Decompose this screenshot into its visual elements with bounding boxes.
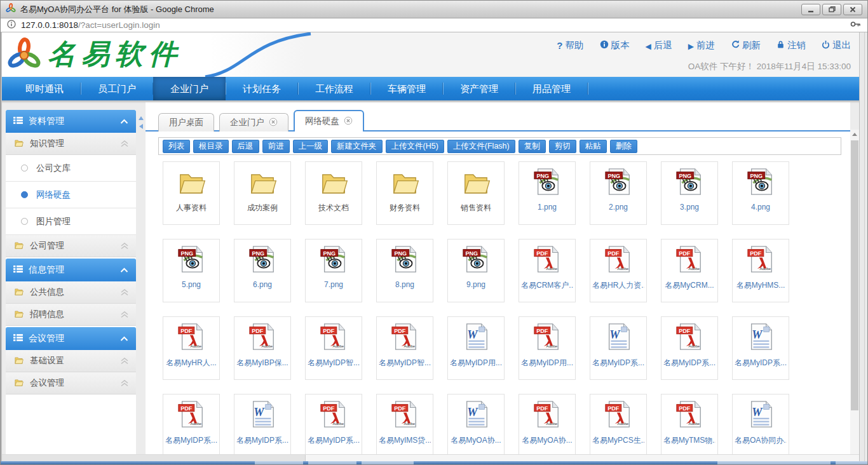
sidebar-group-7[interactable]: 公共信息: [6, 281, 136, 304]
nav-item-0[interactable]: 即时通讯: [8, 77, 81, 100]
tab-close-icon[interactable]: [344, 116, 353, 127]
nav-item-4[interactable]: 工作流程: [298, 77, 370, 100]
file-item[interactable]: AdobePDF名易MyIDP智...: [376, 316, 433, 380]
taskbar-clock[interactable]: [836, 461, 868, 464]
nav-item-3[interactable]: 计划任务: [226, 77, 298, 100]
double-chevron-icon[interactable]: [121, 311, 128, 318]
file-item[interactable]: W名易MyOA协...: [447, 394, 505, 454]
file-item[interactable]: AdobePDF名易MyHR人...: [163, 316, 220, 380]
file-item[interactable]: AdobePDF名易MyIDP用...: [519, 316, 576, 380]
toolbar-button-10[interactable]: 粘贴: [580, 140, 607, 153]
address-bar[interactable]: 127.0.0.1:8018/?act=userLogin.login: [1, 18, 867, 32]
tab-2[interactable]: 网络硬盘: [294, 110, 364, 131]
toolbar-button-6[interactable]: 上传文件(H5): [386, 140, 444, 153]
sidebar-section-0[interactable]: 资料管理: [6, 110, 136, 133]
file-item[interactable]: W名易MyIDP系...: [234, 394, 291, 454]
folder-item[interactable]: 人事资料: [163, 161, 220, 225]
toolbar-button-5[interactable]: 新建文件夹: [331, 140, 383, 153]
file-item[interactable]: PNG1.png: [519, 161, 576, 225]
file-item[interactable]: AdobePDF名易MyIDP系...: [305, 394, 362, 454]
file-item[interactable]: AdobePDF名易HR人力资...: [590, 239, 647, 302]
file-item[interactable]: W名易MyIDP用...: [447, 316, 505, 380]
toolbar-button-2[interactable]: 后退: [232, 140, 259, 153]
file-item[interactable]: AdobePDF名易MyPCS生...: [590, 394, 647, 454]
toolbar-button-3[interactable]: 前进: [262, 140, 290, 153]
scroll-up-arrow[interactable]: [850, 130, 859, 139]
taskbar-button[interactable]: [308, 461, 356, 464]
page-info-icon[interactable]: [7, 20, 16, 30]
file-item[interactable]: PNG5.png: [163, 239, 220, 302]
file-item[interactable]: AdobePDF名易MyIBP保...: [234, 316, 291, 380]
file-item[interactable]: PNG9.png: [447, 239, 505, 302]
file-item[interactable]: PNG2.png: [590, 161, 647, 225]
toolbar-button-0[interactable]: 列表: [163, 140, 190, 153]
header-link-1[interactable]: 版本: [600, 39, 630, 51]
file-item[interactable]: AdobePDF名易MyIDP系...: [661, 316, 718, 380]
taskbar-button[interactable]: [255, 461, 303, 464]
file-item[interactable]: AdobePDF名易MyCRM...: [661, 239, 718, 302]
minimize-button[interactable]: [801, 4, 820, 15]
toolbar-button-8[interactable]: 复制: [519, 140, 546, 153]
chevron-up-icon[interactable]: [120, 119, 128, 125]
horizontal-scroll-thumb[interactable]: [2, 455, 306, 461]
file-item[interactable]: W名易MyIDP系...: [590, 316, 647, 380]
sidebar-group-5[interactable]: 公司管理: [6, 235, 136, 257]
sidebar-item-4[interactable]: 图片管理: [6, 208, 136, 235]
nav-item-6[interactable]: 资产管理: [443, 77, 515, 100]
header-link-6[interactable]: 退出: [822, 39, 851, 51]
toolbar-button-11[interactable]: 删除: [610, 140, 637, 153]
sidebar-splitter[interactable]: [136, 102, 146, 454]
file-item[interactable]: PNG3.png: [661, 161, 718, 225]
sidebar-item-3[interactable]: 网络硬盘: [6, 182, 136, 208]
double-chevron-icon[interactable]: [121, 380, 128, 387]
sidebar-item-2[interactable]: 公司文库: [6, 155, 136, 182]
folder-item[interactable]: 销售资料: [447, 161, 505, 225]
toolbar-button-7[interactable]: 上传文件(Flash): [447, 140, 515, 153]
header-link-3[interactable]: ▶前进: [688, 39, 715, 51]
file-item[interactable]: AdobePDF名易CRM客户...: [519, 239, 576, 302]
taskbar-tray[interactable]: [717, 461, 831, 464]
file-item[interactable]: AdobePDF名易MyIDP系...: [163, 394, 220, 454]
double-chevron-icon[interactable]: [121, 289, 128, 296]
sidebar-section-6[interactable]: 信息管理: [6, 259, 136, 281]
file-item[interactable]: W名易OA协同办...: [732, 394, 789, 454]
splitter-collapse-arrow-icon[interactable]: [139, 124, 143, 129]
file-item[interactable]: AdobePDF名易MyOA协...: [519, 394, 576, 454]
double-chevron-icon[interactable]: [121, 358, 128, 365]
sidebar-group-11[interactable]: 会议管理: [6, 372, 136, 394]
tab-0[interactable]: 用户桌面: [158, 113, 214, 131]
file-item[interactable]: PNG6.png: [234, 239, 291, 302]
vertical-scroll-thumb[interactable]: [851, 140, 858, 410]
folder-item[interactable]: 成功案例: [234, 161, 291, 225]
sidebar-section-9[interactable]: 会议管理: [6, 327, 136, 350]
file-item[interactable]: AdobePDF名易MyHMS...: [732, 239, 789, 302]
tab-close-icon[interactable]: [269, 118, 278, 128]
nav-item-1[interactable]: 员工门户: [81, 77, 153, 100]
folder-item[interactable]: 技术文档: [305, 161, 362, 225]
header-link-4[interactable]: 刷新: [731, 39, 761, 51]
file-item[interactable]: PNG4.png: [732, 161, 789, 225]
key-icon[interactable]: [850, 20, 861, 30]
sidebar-group-10[interactable]: 基础设置: [6, 350, 136, 372]
toolbar-button-4[interactable]: 上一级: [293, 140, 329, 153]
file-item[interactable]: PNG7.png: [305, 239, 362, 302]
chevron-up-icon[interactable]: [120, 336, 128, 342]
nav-item-2[interactable]: 企业门户: [153, 77, 226, 100]
file-item[interactable]: AdobePDF名易MyIMS贷...: [376, 394, 433, 454]
file-item[interactable]: W名易MyIDP系...: [732, 316, 789, 380]
tab-1[interactable]: 企业门户: [219, 113, 288, 131]
file-item[interactable]: AdobePDF名易MyTMS物...: [661, 394, 718, 454]
maximize-button[interactable]: [822, 4, 841, 15]
double-chevron-icon[interactable]: [121, 140, 128, 147]
nav-item-7[interactable]: 用品管理: [515, 77, 588, 100]
header-link-5[interactable]: 注销: [776, 39, 806, 51]
sidebar-group-1[interactable]: 知识管理: [6, 133, 136, 155]
header-link-2[interactable]: ◀后退: [646, 39, 672, 51]
chevron-up-icon[interactable]: [120, 267, 128, 273]
nav-item-5[interactable]: 车辆管理: [370, 77, 443, 100]
splitter-up-arrow-icon[interactable]: [139, 116, 144, 120]
double-chevron-icon[interactable]: [121, 243, 128, 250]
sidebar-group-8[interactable]: 招聘信息: [6, 304, 136, 326]
taskbar-button[interactable]: [362, 461, 414, 464]
file-item[interactable]: AdobePDF名易MyIDP智...: [305, 316, 362, 380]
